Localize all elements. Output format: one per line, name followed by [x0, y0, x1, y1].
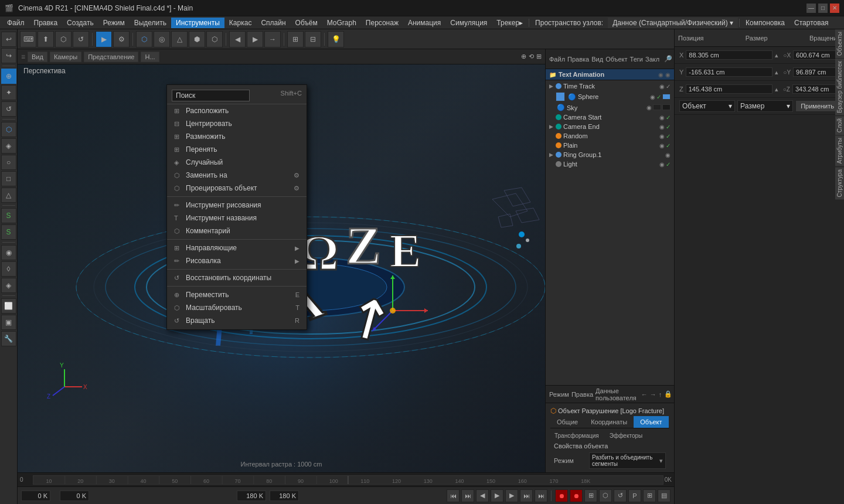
menu-tools[interactable]: Инструменты: [171, 18, 224, 28]
tool-misc2[interactable]: ◊: [1, 261, 16, 277]
attr-nav-fwd[interactable]: →: [650, 391, 656, 398]
rp-menu-edit[interactable]: Правка: [567, 56, 589, 63]
tool-quad[interactable]: ▣: [1, 315, 16, 330]
side-tab-attr[interactable]: Атрибуты: [835, 135, 844, 166]
tree-item-timetrack[interactable]: ▶ Time Track ◉ ✓: [546, 81, 674, 91]
transport-start-input[interactable]: [21, 491, 50, 501]
transport-loop-btn[interactable]: ↺: [614, 489, 627, 502]
tb-up[interactable]: ⬆: [38, 31, 54, 47]
tb-arrow-l[interactable]: ◀: [229, 31, 246, 47]
side-tab-layer[interactable]: Слой: [835, 116, 844, 135]
attr-menu-edit[interactable]: Правка: [571, 391, 593, 398]
maximize-button[interactable]: □: [818, 4, 828, 13]
tree-item-sphere[interactable]: 🔵 Sphere ◉ ✓: [546, 91, 674, 103]
attr-tab-general[interactable]: Общие: [550, 416, 584, 428]
transport-record-btn[interactable]: ⏺: [555, 489, 568, 502]
viewport-icon-2[interactable]: ⟲: [529, 53, 534, 60]
menu-spline[interactable]: Сплайн: [256, 18, 290, 28]
tb-light[interactable]: 💡: [328, 31, 344, 47]
tool-undo[interactable]: ↩: [1, 32, 16, 47]
menu-wireframe[interactable]: Каркас: [224, 18, 257, 28]
timeline-track[interactable]: 10 20 30 40 50 60 70 80 90 100 110 120 1…: [33, 475, 663, 485]
menu-nodespace-value[interactable]: Данное (Стандартный/Физический) ▾: [608, 18, 738, 28]
side-tab-structure[interactable]: Структура: [835, 167, 844, 199]
menu-select[interactable]: Выделить: [130, 18, 171, 28]
close-button[interactable]: ✕: [830, 4, 839, 13]
menu-volume[interactable]: Объём: [291, 18, 322, 28]
menu-animation[interactable]: Анимация: [403, 18, 445, 28]
menu-transfer[interactable]: ⊞ Перенять: [167, 143, 307, 156]
rap-apply-button[interactable]: Применить: [795, 100, 839, 112]
menu-simulation[interactable]: Симуляция: [445, 18, 492, 28]
tool-misc3[interactable]: ◈: [1, 278, 16, 293]
tool-triangle[interactable]: △: [1, 188, 16, 203]
viewport[interactable]: ≡ Вид Камеры Представление Н... ⊕ ⟲ ⊞ Пе…: [18, 49, 545, 472]
tool-grid[interactable]: ⬜: [1, 298, 16, 314]
rap-size-type-dropdown[interactable]: Размер ▾: [737, 100, 793, 112]
tb-obj1[interactable]: ⬡: [55, 31, 72, 47]
tool-redo[interactable]: ↪: [1, 48, 16, 63]
dropdown-search-input[interactable]: [172, 90, 250, 101]
transport-start-btn[interactable]: ⏮: [447, 489, 460, 502]
menu-character[interactable]: Персонаж: [361, 18, 403, 28]
rp-menu-tags[interactable]: Теги: [630, 56, 643, 63]
transport-step-back-btn[interactable]: ◀: [476, 489, 489, 502]
transport-memo-btn[interactable]: P: [628, 489, 641, 502]
transport-playback-btn[interactable]: ▤: [658, 489, 671, 502]
menu-random[interactable]: ◈ Случайный: [167, 156, 307, 169]
tool-settings[interactable]: 🔧: [1, 331, 16, 346]
transport-key-set-btn[interactable]: ⊞: [584, 489, 597, 502]
menu-mode[interactable]: Режим: [98, 18, 130, 28]
viewport-menu-n[interactable]: Н...: [141, 52, 159, 62]
menu-mograph[interactable]: MoGraph: [322, 18, 361, 28]
viewport-menu-view[interactable]: Вид: [28, 52, 47, 62]
tb-key[interactable]: ⌨: [20, 31, 36, 47]
tree-item-light[interactable]: Light ◉ ✓: [546, 159, 674, 169]
attr-nav-back[interactable]: ←: [641, 391, 648, 398]
attr-lock-icon[interactable]: 🔒: [664, 390, 672, 398]
transport-step-fwd-btn[interactable]: ▶: [505, 489, 518, 502]
tree-item-camstart[interactable]: Camera Start ◉ ✓: [546, 113, 674, 122]
tree-item-sky[interactable]: 🔵 Sky ◉: [546, 103, 674, 113]
tb-sphere[interactable]: ◎: [154, 31, 170, 47]
tree-item-plain[interactable]: Plain ◉ ✓: [546, 141, 674, 150]
rap-x-spin-icon[interactable]: ▴: [775, 52, 778, 59]
menu-name-tool[interactable]: T Инструмент названия: [167, 212, 307, 224]
viewport-icon-3[interactable]: ⊞: [536, 53, 542, 60]
tool-move[interactable]: ⊕: [1, 69, 16, 84]
transport-key-btn[interactable]: ⬡: [599, 489, 612, 502]
rap-y-spin-icon[interactable]: ▴: [775, 69, 778, 76]
tool-square[interactable]: □: [1, 171, 16, 186]
attr-menu-mode[interactable]: Режим: [549, 391, 569, 398]
transport-next-key-btn[interactable]: ⏭: [520, 489, 533, 502]
menu-comment[interactable]: ⬡ Комментарий: [167, 224, 307, 237]
transport-frame-input[interactable]: [60, 491, 89, 501]
transport-end-btn[interactable]: ⏭: [535, 489, 547, 502]
side-tab-library[interactable]: Браузер библиотек: [835, 59, 844, 115]
menu-duplicate[interactable]: ⊞ Размножить: [167, 130, 307, 143]
attr-tab-coords[interactable]: Координаты: [584, 416, 634, 428]
tree-item-random[interactable]: Random ◉ ✓: [546, 131, 674, 141]
tree-item-camend[interactable]: ▶ Camera End ◉ ✓: [546, 122, 674, 131]
tb-grid2[interactable]: ⊞: [287, 31, 304, 47]
rp-menu-object[interactable]: Объект: [605, 56, 627, 63]
tb-cube2[interactable]: ⬢: [189, 31, 205, 47]
menu-tracker[interactable]: Трекер▸: [492, 18, 528, 28]
viewport-menu-camera[interactable]: Камеры: [50, 52, 81, 62]
menu-move[interactable]: ⊕ Переместить E: [167, 288, 307, 301]
tool-rotate[interactable]: ↺: [1, 101, 16, 117]
menu-layout[interactable]: Компоновка: [741, 18, 789, 28]
tool-star[interactable]: S: [1, 208, 16, 223]
tool-circle[interactable]: ○: [1, 155, 16, 170]
rap-z-pos-field[interactable]: [686, 84, 772, 94]
rap-coord-system-dropdown[interactable]: Объект ▾: [679, 100, 735, 112]
tb-arrow-r[interactable]: ▶: [247, 31, 263, 47]
menu-replace[interactable]: ⬡ Заменить на ⚙: [167, 169, 307, 182]
transport-end2-input[interactable]: [270, 491, 299, 501]
menu-sketcher[interactable]: ✏ Рисовалка ▶: [167, 254, 307, 267]
rp-menu-file[interactable]: Файл: [549, 56, 565, 63]
viewport-menu-display[interactable]: Представление: [84, 52, 138, 62]
tb-arr2[interactable]: →: [264, 31, 281, 47]
menu-guides[interactable]: ⊞ Направляющие ▶: [167, 241, 307, 254]
attr-tab-effectors[interactable]: Эффекторы: [605, 431, 646, 441]
